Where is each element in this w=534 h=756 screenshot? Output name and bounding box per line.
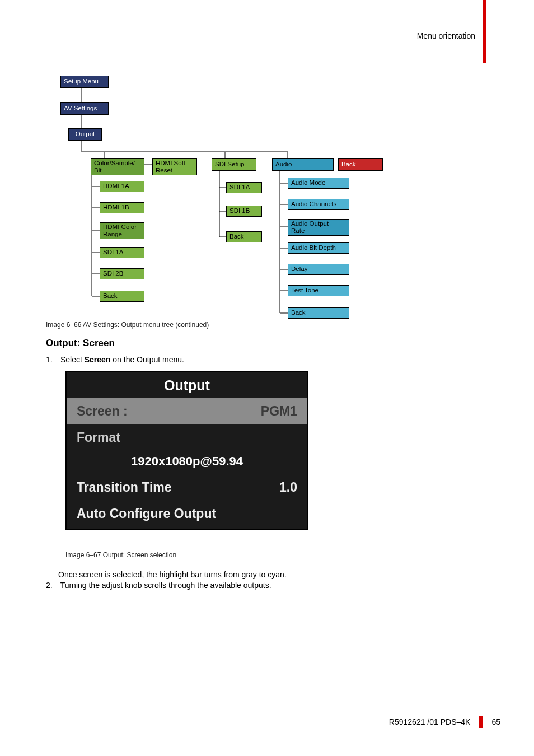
footer-doc-id: R5912621 /01 PDS–4K bbox=[389, 717, 471, 726]
screen-label: Screen : bbox=[77, 404, 128, 419]
output-menu-screen-row[interactable]: Screen : PGM1 bbox=[67, 398, 307, 424]
tree-node-output: Output bbox=[68, 128, 102, 141]
tree-node-audio: Audio bbox=[272, 158, 334, 171]
heading-output-screen: Output: Screen bbox=[46, 338, 115, 349]
tree-node-hdmi-1a: HDMI 1A bbox=[100, 181, 144, 192]
tree-node-back-col2: Back bbox=[226, 231, 262, 242]
tree-node-back-col1: Back bbox=[100, 291, 144, 302]
step-1-text-bold: Screen bbox=[85, 355, 111, 364]
tree-node-delay: Delay bbox=[288, 264, 349, 275]
tree-node-audio-bit-depth: Audio Bit Depth bbox=[288, 242, 349, 254]
transition-time-label: Transition Time bbox=[77, 480, 172, 495]
tree-node-sdi-setup: SDI Setup bbox=[212, 158, 256, 171]
tree-node-av-settings: AV Settings bbox=[60, 102, 109, 115]
tree-node-back-col3: Back bbox=[288, 307, 349, 319]
tree-node-back-red: Back bbox=[338, 158, 383, 171]
transition-time-value: 1.0 bbox=[279, 480, 297, 495]
format-value: 1920x1080p@59.94 bbox=[67, 451, 307, 474]
step-2: 2. Turning the adjust knob scrolls throu… bbox=[46, 581, 271, 590]
figure-caption-2: Image 6–67 Output: Screen selection bbox=[65, 551, 176, 559]
tree-node-setup-menu: Setup Menu bbox=[60, 76, 109, 88]
tree-node-sdi-1a-col2: SDI 1A bbox=[226, 182, 262, 193]
tree-node-audio-channels: Audio Channels bbox=[288, 199, 349, 210]
tree-node-color-sample-bit: Color/Sample/ Bit bbox=[91, 158, 144, 175]
step-1-number: 1. bbox=[46, 355, 58, 364]
footer-page-number: 65 bbox=[491, 717, 500, 726]
running-header: Menu orientation bbox=[417, 31, 475, 40]
format-label: Format bbox=[77, 430, 120, 445]
step-1: 1. Select Screen on the Output menu. bbox=[46, 355, 184, 364]
footer-accent-bar bbox=[479, 716, 483, 728]
tree-node-hdmi-soft-reset: HDMI Soft Reset bbox=[152, 158, 197, 175]
screen-value: PGM1 bbox=[261, 404, 297, 419]
output-menu-auto-configure-row[interactable]: Auto Configure Output bbox=[67, 501, 307, 529]
output-menu-format-row[interactable]: Format bbox=[67, 424, 307, 451]
tree-node-test-tone: Test Tone bbox=[288, 285, 349, 296]
figure-caption-1: Image 6–66 AV Settings: Output menu tree… bbox=[46, 321, 209, 329]
tree-node-audio-output-rate: Audio Output Rate bbox=[288, 219, 349, 236]
step-1-text-c: on the Output menu. bbox=[110, 355, 184, 364]
step-2-text: Turning the adjust knob scrolls through … bbox=[60, 581, 271, 590]
step-2-number: 2. bbox=[46, 581, 58, 590]
tree-node-sdi-1a-col1: SDI 1A bbox=[100, 247, 144, 258]
menu-tree-diagram: Setup Menu AV Settings Output Color/Samp… bbox=[57, 76, 415, 325]
header-accent-bar bbox=[483, 0, 486, 63]
output-menu-screenshot: Output Screen : PGM1 Format 1920x1080p@5… bbox=[65, 371, 308, 530]
tree-node-audio-mode: Audio Mode bbox=[288, 178, 349, 189]
tree-node-sdi-2b: SDI 2B bbox=[100, 268, 144, 279]
tree-node-sdi-1b: SDI 1B bbox=[226, 206, 262, 217]
tree-node-hdmi-1b: HDMI 1B bbox=[100, 202, 144, 213]
screen-selected-note: Once screen is selected, the highlight b… bbox=[58, 570, 287, 579]
tree-node-hdmi-color-range: HDMI Color Range bbox=[100, 222, 144, 239]
auto-configure-output-label: Auto Configure Output bbox=[77, 506, 216, 521]
output-menu-title: Output bbox=[67, 372, 307, 398]
output-menu-transition-row[interactable]: Transition Time 1.0 bbox=[67, 474, 307, 501]
step-1-text-a: Select bbox=[60, 355, 85, 364]
page-footer: R5912621 /01 PDS–4K 65 bbox=[389, 716, 500, 728]
